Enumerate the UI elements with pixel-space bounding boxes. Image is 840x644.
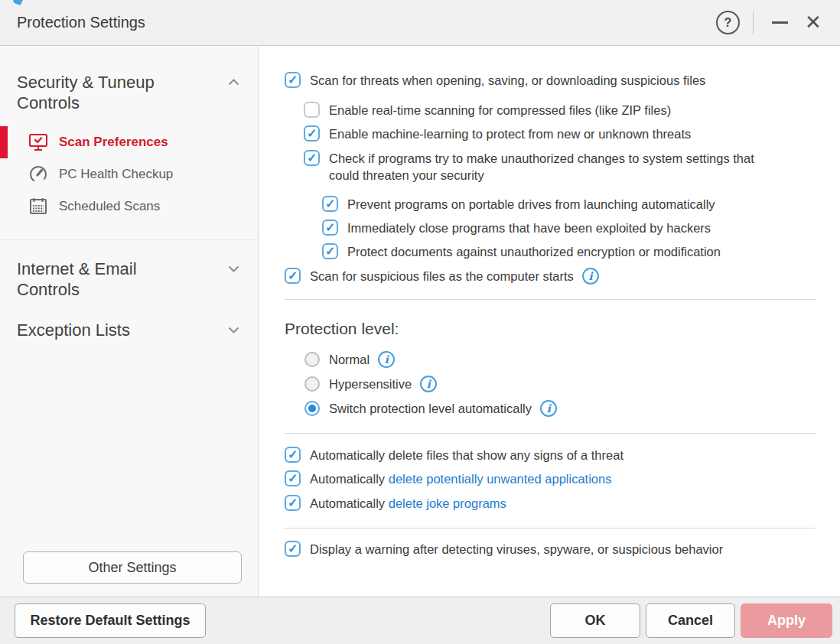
other-settings-button[interactable]: Other Settings xyxy=(23,551,242,584)
settings-panel: Scan for threats when opening, saving, o… xyxy=(259,47,840,597)
checkbox-label[interactable]: Immediately close programs that have bee… xyxy=(347,220,711,236)
checkbox-checked[interactable] xyxy=(322,243,338,259)
help-button[interactable]: ? xyxy=(716,11,740,34)
corner-accent xyxy=(13,0,23,5)
checkbox-row-startup-scan: Scan for suspicious files as the compute… xyxy=(285,268,816,285)
info-icon[interactable] xyxy=(378,351,395,368)
checkbox-checked[interactable] xyxy=(285,495,301,511)
radio-unselected[interactable] xyxy=(304,352,320,367)
checkbox-row-auto-delete-joke: Automatically delete joke programs xyxy=(285,495,816,512)
apply-button[interactable]: Apply xyxy=(741,603,832,638)
checkbox-unchecked[interactable] xyxy=(304,102,320,118)
sidebar-item-scan-preferences[interactable]: Scan Preferences xyxy=(0,126,258,158)
checkbox-row-scan-threats: Scan for threats when opening, saving, o… xyxy=(285,72,816,89)
checkbox-label[interactable]: Automatically delete files that show any… xyxy=(310,447,623,463)
checkbox-label[interactable]: Automatically delete joke programs xyxy=(310,495,506,512)
checkbox-label[interactable]: Check if programs try to make unauthoriz… xyxy=(329,150,769,184)
close-button[interactable]: ✕ xyxy=(799,8,828,37)
checkbox-label[interactable]: Scan for suspicious files as the compute… xyxy=(310,268,574,285)
checkbox-checked[interactable] xyxy=(322,220,338,236)
checkbox-checked[interactable] xyxy=(285,447,301,463)
sidebar: Security & Tuneup Controls Scan Preferen… xyxy=(0,47,259,597)
checkbox-checked[interactable] xyxy=(285,541,301,557)
ok-button[interactable]: OK xyxy=(550,603,640,638)
sidebar-divider xyxy=(0,239,258,240)
gauge-icon xyxy=(28,164,49,185)
sidebar-item-pc-health-checkup[interactable]: PC Health Checkup xyxy=(0,158,258,190)
checkbox-checked[interactable] xyxy=(304,150,320,166)
section-label: Internet & Email Controls xyxy=(17,259,200,300)
checkbox-row-compressed-files: Enable real-time scanning for compressed… xyxy=(304,102,816,119)
checkbox-label[interactable]: Prevent programs on portable drives from… xyxy=(347,196,715,213)
radio-label[interactable]: Normal xyxy=(329,353,370,367)
calendar-icon xyxy=(28,196,49,217)
checkbox-row-display-warning: Display a warning after detecting viruse… xyxy=(285,541,816,558)
checkbox-row-protect-documents: Protect documents against unauthorized e… xyxy=(322,243,816,260)
sidebar-item-label: Scan Preferences xyxy=(59,135,168,150)
checkbox-label[interactable]: Display a warning after detecting viruse… xyxy=(310,541,723,558)
section-divider xyxy=(285,433,816,434)
radio-label[interactable]: Hypersensitive xyxy=(329,377,412,392)
restore-defaults-button[interactable]: Restore Default Settings xyxy=(15,603,206,638)
checkbox-row-machine-learning: Enable machine-learning to protect from … xyxy=(304,125,816,142)
sidebar-section-exception-lists[interactable]: Exception Lists xyxy=(0,320,258,340)
checkbox-checked[interactable] xyxy=(285,72,301,88)
window-title: Protection Settings xyxy=(17,14,145,31)
chevron-down-icon xyxy=(228,265,239,272)
cancel-button[interactable]: Cancel xyxy=(646,603,735,638)
sidebar-item-scheduled-scans[interactable]: Scheduled Scans xyxy=(0,190,258,223)
sidebar-section-security-tuneup[interactable]: Security & Tuneup Controls xyxy=(0,72,258,113)
radio-selected[interactable] xyxy=(304,401,320,416)
section-label: Exception Lists xyxy=(17,320,200,340)
radio-row-switch-automatically: Switch protection level automatically xyxy=(304,400,816,417)
section-divider xyxy=(285,528,816,529)
checkbox-label[interactable]: Protect documents against unauthorized e… xyxy=(347,243,721,260)
radio-row-normal: Normal xyxy=(304,351,816,368)
checkbox-checked[interactable] xyxy=(285,470,301,486)
footer-bar: Restore Default Settings OK Cancel Apply xyxy=(0,597,840,644)
sidebar-item-label: Scheduled Scans xyxy=(59,199,160,214)
info-icon[interactable] xyxy=(420,376,437,392)
monitor-check-icon xyxy=(28,132,49,153)
label-prefix: Automatically xyxy=(310,496,389,510)
chevron-down-icon xyxy=(228,327,239,333)
pua-link[interactable]: delete potentially unwanted applications xyxy=(389,472,612,486)
checkbox-row-auto-delete-pua: Automatically delete potentially unwante… xyxy=(285,470,816,487)
info-icon[interactable] xyxy=(540,400,557,417)
checkbox-checked[interactable] xyxy=(322,196,338,212)
titlebar: Protection Settings ? ✕ xyxy=(0,0,840,46)
info-icon[interactable] xyxy=(582,268,599,285)
joke-programs-link[interactable]: delete joke programs xyxy=(389,496,506,510)
titlebar-controls: ? ✕ xyxy=(716,8,828,37)
radio-unselected[interactable] xyxy=(304,376,320,392)
radio-row-hypersensitive: Hypersensitive xyxy=(304,376,816,392)
checkbox-checked[interactable] xyxy=(304,125,320,141)
selected-indicator-bar xyxy=(0,126,8,158)
sidebar-section-internet-email[interactable]: Internet & Email Controls xyxy=(0,259,258,300)
checkbox-row-portable-drives: Prevent programs on portable drives from… xyxy=(322,196,816,213)
checkbox-row-close-exploited: Immediately close programs that have bee… xyxy=(322,220,816,236)
checkbox-label[interactable]: Scan for threats when opening, saving, o… xyxy=(310,72,705,89)
checkbox-label[interactable]: Enable real-time scanning for compressed… xyxy=(329,102,671,119)
footer-action-buttons: OK Cancel Apply xyxy=(550,603,832,638)
checkbox-label[interactable]: Enable machine-learning to protect from … xyxy=(329,125,691,142)
label-prefix: Automatically xyxy=(310,472,389,486)
radio-label[interactable]: Switch protection level automatically xyxy=(329,402,532,416)
checkbox-checked[interactable] xyxy=(285,268,301,284)
section-label: Security & Tuneup Controls xyxy=(17,72,200,113)
checkbox-label[interactable]: Automatically delete potentially unwante… xyxy=(310,470,611,487)
minimize-button[interactable] xyxy=(767,10,793,36)
minimize-icon xyxy=(772,21,788,24)
titlebar-separator xyxy=(753,11,754,34)
checkbox-row-auto-delete-threats: Automatically delete files that show any… xyxy=(285,447,816,463)
sidebar-item-label: PC Health Checkup xyxy=(59,167,173,182)
chevron-up-icon xyxy=(228,79,239,86)
checkbox-row-unauthorized-changes: Check if programs try to make unauthoriz… xyxy=(304,150,816,184)
protection-level-heading: Protection level: xyxy=(285,320,816,338)
section-divider xyxy=(285,299,816,300)
